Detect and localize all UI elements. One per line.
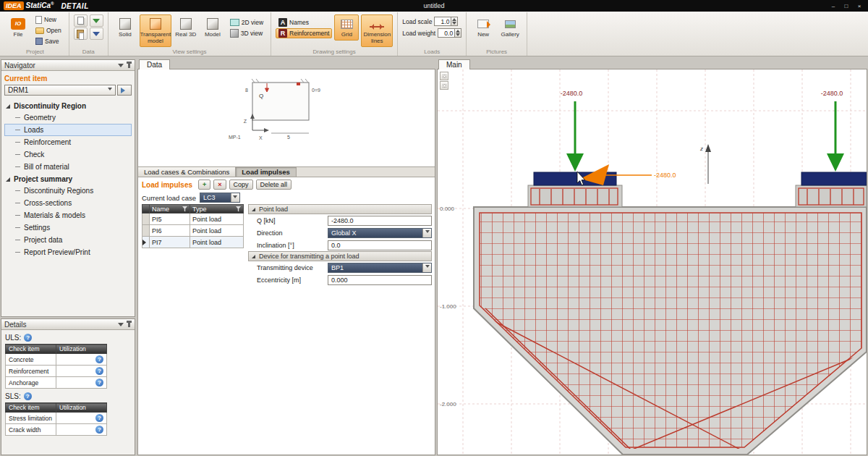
help-icon[interactable]: ?	[95, 367, 103, 375]
help-icon[interactable]: ?	[24, 392, 32, 400]
help-icon[interactable]: ?	[95, 355, 103, 363]
chevron-down-icon[interactable]	[422, 263, 431, 272]
row-selector[interactable]	[142, 237, 150, 248]
row-selector[interactable]	[142, 225, 150, 237]
tree-item-settings[interactable]: Settings	[4, 221, 132, 234]
delete-load-button[interactable]: ×	[213, 180, 226, 190]
pin-icon[interactable]	[128, 62, 130, 68]
tab-load-impulses[interactable]: Load impulses	[236, 167, 297, 177]
current-item-dropdown[interactable]: DRM1	[4, 85, 116, 96]
pan-down-button[interactable]	[440, 81, 448, 90]
import-data-button[interactable]	[90, 14, 103, 27]
section-point-load[interactable]: Point load	[248, 204, 432, 214]
load-case-select[interactable]: LC3	[200, 193, 240, 203]
filter-icon[interactable]	[236, 206, 241, 212]
table-row-pi5[interactable]: PI5 Point load	[142, 214, 244, 225]
expander-icon[interactable]	[6, 104, 10, 109]
tab-load-cases-combinations[interactable]: Load cases & Combinations	[138, 167, 236, 177]
tab-main[interactable]: Main	[438, 59, 470, 69]
point-load-arrow-right[interactable]	[827, 101, 844, 172]
load-scale-value[interactable]: 1.0	[434, 17, 451, 26]
save-project-button[interactable]: Save	[33, 36, 64, 46]
expander-icon[interactable]	[252, 208, 255, 211]
view-3d-button[interactable]: 3D view	[227, 28, 266, 38]
gallery-button[interactable]: Gallery	[498, 14, 522, 41]
panel-menu-icon[interactable]	[118, 64, 124, 70]
help-icon[interactable]: ?	[95, 414, 103, 422]
delete-all-button[interactable]: Delete all	[256, 180, 292, 190]
tree-item-geometry[interactable]: Geometry	[4, 111, 132, 124]
copy-load-button[interactable]: Copy	[229, 180, 253, 190]
new-picture-button[interactable]: New	[471, 14, 495, 41]
chevron-down-icon[interactable]	[231, 193, 239, 202]
q-row: Q [kN] -2480.0	[248, 214, 432, 227]
load-weight-stepper[interactable]: 0.0	[438, 28, 461, 38]
expander-icon[interactable]	[252, 255, 255, 258]
expander-icon[interactable]	[6, 177, 10, 182]
selected-load-arrow[interactable]: -2480.0	[580, 164, 676, 185]
inclination-input[interactable]: 0.0	[328, 240, 432, 250]
panel-menu-icon[interactable]	[118, 323, 124, 329]
real-3d-button[interactable]: Real 3D	[174, 14, 198, 41]
tree-item-project-data[interactable]: Project data	[4, 234, 132, 246]
reinforcement-toggle[interactable]: RReinforcement	[276, 28, 332, 38]
open-project-button[interactable]: Open	[33, 25, 64, 35]
solid-view-button[interactable]: Solid	[113, 14, 137, 41]
direction-select[interactable]: Global X	[328, 228, 432, 238]
table-row-pi7[interactable]: PI7 Point load	[142, 237, 244, 248]
row-selector[interactable]	[142, 214, 150, 225]
add-load-button[interactable]: +	[198, 180, 210, 190]
grid-toggle[interactable]: Grid	[334, 14, 359, 41]
tab-data[interactable]: Data	[139, 59, 170, 69]
names-toggle[interactable]: ANames	[276, 17, 332, 28]
view-2d-button[interactable]: 2D view	[227, 17, 266, 28]
paste-data-button[interactable]	[74, 28, 88, 40]
maximize-button[interactable]: □	[841, 1, 851, 10]
new-project-button[interactable]: New	[33, 14, 64, 25]
load-weight-arrows[interactable]	[455, 28, 461, 38]
load-scale-stepper[interactable]: 1.0	[434, 17, 458, 26]
tree-item-check[interactable]: Check	[4, 148, 132, 161]
q-input[interactable]: -2480.0	[328, 216, 432, 226]
help-icon[interactable]: ?	[95, 426, 103, 434]
table-row-pi6[interactable]: PI6 Point load	[142, 225, 244, 237]
filter-icon[interactable]	[182, 206, 187, 212]
go-to-item-button[interactable]	[117, 85, 132, 96]
chevron-down-icon[interactable]	[422, 229, 431, 237]
tree-item-loads[interactable]: Loads	[4, 124, 132, 136]
file-button[interactable]: IO File	[6, 14, 30, 41]
structure-canvas[interactable]: 0.000 -1.000 -2.000	[438, 69, 867, 455]
tree-item-report-preview-print[interactable]: Report Preview/Print	[4, 246, 132, 258]
tree-item-reinforcement[interactable]: Reinforcement	[4, 136, 132, 148]
copy-data-button[interactable]	[74, 14, 88, 27]
section-transmitting-device[interactable]: Device for transmitting a point load	[248, 251, 432, 261]
help-icon[interactable]: ?	[95, 379, 103, 387]
pan-up-button[interactable]	[440, 72, 448, 80]
close-button[interactable]: ×	[854, 1, 864, 10]
model-view-button[interactable]: Model	[200, 14, 225, 41]
pan-control[interactable]	[440, 72, 448, 90]
details-header: Details	[1, 319, 135, 330]
load-scale-arrows[interactable]	[451, 17, 458, 26]
transmitting-device-select[interactable]: BP1	[328, 263, 432, 273]
name-column-header[interactable]: Name	[152, 206, 169, 213]
tree-item-materials-models[interactable]: Materials & models	[4, 209, 132, 221]
main-canvas-area[interactable]: 0.000 -1.000 -2.000	[437, 69, 867, 455]
eccentricity-input[interactable]: 0.000	[328, 275, 432, 285]
load-weight-value[interactable]: 0.0	[438, 28, 455, 38]
tree-section-discontinuity-region[interactable]: Discontinuity Region	[4, 100, 132, 111]
tree-item-discontinuity-regions[interactable]: Discontinuity Regions	[4, 185, 132, 197]
type-column-header[interactable]: Type	[192, 206, 207, 213]
dimension-lines-toggle[interactable]: Dimension lines	[361, 14, 393, 47]
point-load-arrow-left[interactable]	[566, 101, 584, 172]
tree-item-bill-of-material[interactable]: Bill of material	[4, 161, 132, 173]
tree-section-project-summary[interactable]: Project summary	[4, 173, 132, 185]
bearing-plate-right[interactable]	[801, 172, 867, 185]
minimize-button[interactable]: –	[828, 1, 838, 10]
pin-icon[interactable]	[128, 321, 130, 327]
transparent-model-button[interactable]: Transparent model	[140, 14, 171, 47]
help-icon[interactable]: ?	[24, 334, 32, 342]
reinforcement-grid[interactable]	[480, 213, 861, 447]
tree-item-cross-sections[interactable]: Cross-sections	[4, 197, 132, 209]
export-data-button[interactable]	[90, 28, 103, 40]
